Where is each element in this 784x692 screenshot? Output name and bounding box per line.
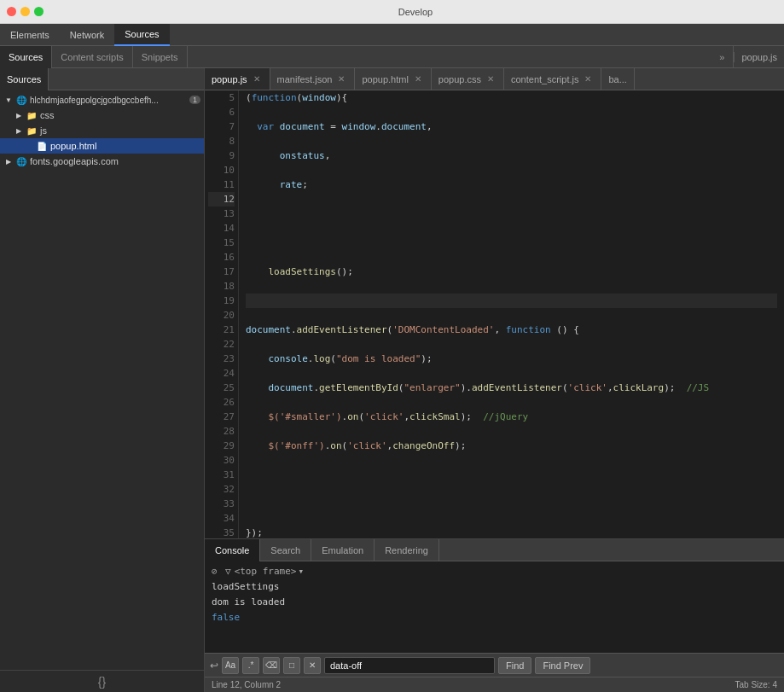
domain-badge: 1: [189, 96, 200, 104]
console-area: ⊘ ▽ <top frame> ▾ loadSettings dom is lo…: [205, 561, 784, 653]
search-bar: ↩ Aa .* ⌫ □ ✕ Find Find Prev: [205, 653, 784, 677]
popup-html-label: popup.html: [50, 141, 96, 151]
bottom-panel: Console Search Emulation Rendering ⊘ ▽ <…: [205, 538, 784, 692]
devtools-nav: Elements Network Sources: [0, 24, 784, 46]
file-tab-label-popup-js: popup.js: [212, 74, 247, 84]
source-viewer: popup.js ✕ manifest.json ✕ popup.html ✕ …: [205, 68, 784, 692]
sidebar-top: Sources: [0, 68, 204, 90]
status-bar: Line 12, Column 2 Tab Size: 4: [205, 677, 784, 692]
tab-emulation[interactable]: Emulation: [311, 539, 375, 561]
tab-size: Tab Size: 4: [735, 680, 777, 689]
sidebar-bottom: {}: [0, 670, 204, 692]
content-area: Sources ▼ 🌐 hlchdmjaofegpolgcjgcdbgccbef…: [0, 68, 784, 692]
traffic-lights: [7, 7, 44, 16]
file-icon-popup-html: 📄: [36, 140, 48, 152]
find-prev-button[interactable]: Find Prev: [535, 657, 590, 674]
regex-btn[interactable]: .*: [242, 657, 259, 674]
file-tab-label-popup-css: popup.css: [438, 74, 481, 84]
file-tab-ba[interactable]: ba...: [601, 68, 634, 90]
close-tab-popup-js[interactable]: ✕: [251, 73, 263, 85]
sidebar: Sources ▼ 🌐 hlchdmjaofegpolgcjgcdbgccbef…: [0, 68, 205, 692]
tab-snippets[interactable]: Snippets: [133, 46, 188, 68]
file-tab-content-script[interactable]: content_script.js ✕: [504, 68, 601, 90]
file-tab-manifest[interactable]: manifest.json ✕: [270, 68, 356, 90]
console-text-2: dom is loaded: [212, 596, 285, 608]
tab-console[interactable]: Console: [205, 539, 260, 561]
close-tab-content-script[interactable]: ✕: [582, 73, 594, 85]
tree-item-js[interactable]: ▶ 📁 js: [0, 123, 204, 138]
return-icon: ↩: [210, 660, 218, 672]
expand-icon-js: ▶: [14, 125, 24, 136]
file-tab-label-manifest: manifest.json: [277, 74, 333, 84]
browser-title: Develop: [54, 7, 777, 17]
devtools-main: Elements Network Sources Sources Content…: [0, 24, 784, 692]
line-numbers: 5 6 7 8 9 10 11 12 13 14 15 16 17 18 19 …: [205, 90, 239, 538]
code-editor[interactable]: 5 6 7 8 9 10 11 12 13 14 15 16 17 18 19 …: [205, 90, 784, 538]
code-content[interactable]: (function(window){ var document = window…: [239, 90, 784, 538]
console-text-3: false: [212, 612, 240, 623]
console-log-3: false: [212, 611, 777, 626]
expand-icon-css: ▶: [14, 110, 24, 120]
tree-item-fonts-domain[interactable]: ▶ 🌐 fonts.googleapis.com: [0, 154, 204, 169]
frame-selector-line: ⊘ ▽ <top frame> ▾: [212, 565, 777, 580]
browser-chrome: Develop: [0, 0, 784, 24]
nav-elements[interactable]: Elements: [0, 24, 60, 46]
file-tab-label-ba: ba...: [608, 74, 626, 84]
find-button[interactable]: Find: [498, 657, 531, 674]
tree-item-popup-html[interactable]: ▶ 📄 popup.html: [0, 138, 204, 154]
tree-item-css[interactable]: ▶ 📁 css: [0, 108, 204, 123]
js-label: js: [40, 125, 47, 136]
bottom-tabs: Console Search Emulation Rendering: [205, 539, 784, 561]
expand-icon: ▼: [3, 95, 14, 105]
domain-label: hlchdmjaofegpolgcjgcdbgccbefh...: [30, 96, 159, 105]
tree-item-domain[interactable]: ▼ 🌐 hlchdmjaofegpolgcjgcdbgccbefh... 1: [0, 92, 204, 108]
minimize-button[interactable]: [20, 7, 30, 16]
close-tab-popup-css[interactable]: ✕: [485, 73, 497, 85]
close-tab-manifest[interactable]: ✕: [335, 73, 347, 85]
globe-icon: 🌐: [15, 94, 27, 106]
file-tabs: popup.js ✕ manifest.json ✕ popup.html ✕ …: [205, 68, 784, 90]
tab-rendering[interactable]: Rendering: [375, 539, 439, 561]
file-tab-popup-html[interactable]: popup.html ✕: [355, 68, 431, 90]
file-tab-label-content-script: content_script.js: [511, 74, 578, 84]
active-file-label: popup.js: [734, 52, 784, 62]
no-entry-icon: ⊘: [212, 566, 225, 577]
case-sensitive-btn[interactable]: Aa: [222, 657, 239, 674]
console-text-1: loadSettings: [212, 581, 279, 592]
filter-icon: ▽: [225, 566, 231, 577]
file-tab-label-popup-html: popup.html: [362, 74, 408, 84]
tab-content-scripts[interactable]: Content scripts: [52, 46, 132, 68]
console-log-2: dom is loaded: [212, 596, 777, 611]
curly-braces-icon: {}: [98, 675, 106, 689]
tab-sources[interactable]: Sources: [0, 46, 52, 68]
nav-sources[interactable]: Sources: [114, 24, 169, 46]
frame-label: <top frame>: [235, 566, 297, 577]
close-button[interactable]: [7, 7, 16, 16]
folder-icon-js: 📁: [26, 125, 38, 137]
expand-icon-fonts: ▶: [3, 156, 14, 166]
sidebar-tab-sources[interactable]: Sources: [0, 68, 49, 90]
tab-more[interactable]: »: [711, 46, 734, 68]
sidebar-tree: ▼ 🌐 hlchdmjaofegpolgcjgcdbgccbefh... 1 ▶…: [0, 90, 204, 670]
maximize-button[interactable]: [34, 7, 44, 16]
folder-icon-css: 📁: [26, 109, 38, 121]
close-tab-popup-html[interactable]: ✕: [412, 73, 424, 85]
source-panel-tabs: Sources Content scripts Snippets » popup…: [0, 46, 784, 68]
file-tab-popup-js[interactable]: popup.js ✕: [205, 68, 270, 90]
cursor-position: Line 12, Column 2: [212, 680, 281, 689]
search-input[interactable]: [324, 657, 495, 674]
scope-btn[interactable]: □: [283, 657, 300, 674]
file-tab-popup-css[interactable]: popup.css ✕: [432, 68, 504, 90]
globe-icon-fonts: 🌐: [15, 155, 27, 167]
css-label: css: [40, 110, 55, 120]
console-log-1: loadSettings: [212, 580, 777, 596]
fonts-domain-label: fonts.googleapis.com: [30, 156, 119, 166]
close-search-btn[interactable]: ✕: [304, 657, 321, 674]
nav-network[interactable]: Network: [60, 24, 114, 46]
clear-btn[interactable]: ⌫: [263, 657, 280, 674]
tab-search[interactable]: Search: [260, 539, 311, 561]
frame-dropdown-arrow: ▾: [298, 566, 304, 577]
